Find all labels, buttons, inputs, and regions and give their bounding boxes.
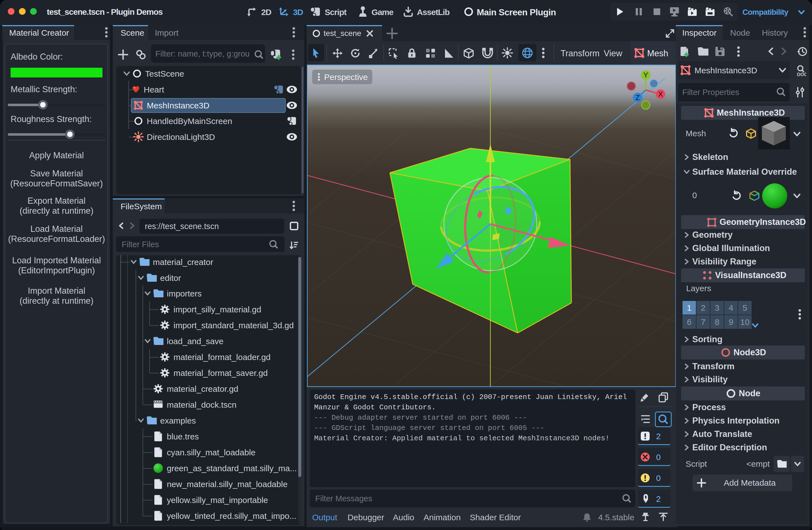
svg-text:DOC: DOC bbox=[797, 72, 806, 76]
svg-text:Y: Y bbox=[643, 71, 648, 79]
svg-text:Z: Z bbox=[636, 93, 640, 102]
svg-text:Perspective: Perspective bbox=[324, 72, 368, 82]
svg-text:X: X bbox=[658, 90, 663, 98]
